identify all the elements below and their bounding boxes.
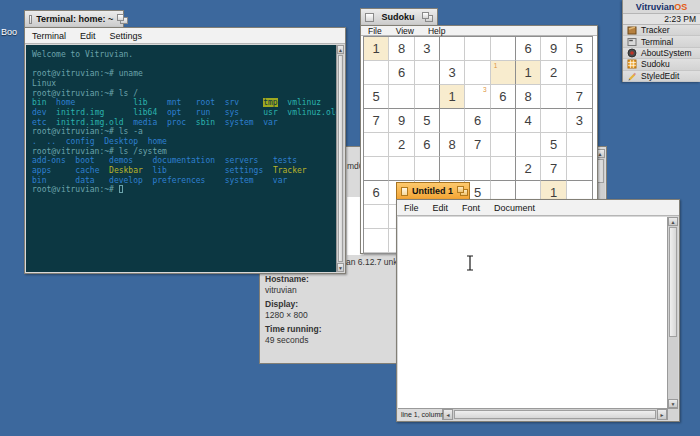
sudoku-cell-r3c2[interactable] (389, 85, 414, 109)
sudoku-cell-r1c1[interactable]: 1 (364, 37, 389, 61)
terminal-title-tab[interactable]: Terminal: home: ~ (24, 10, 124, 27)
editor-horizontal-scrollbar[interactable]: ◄ ► (443, 408, 667, 420)
sudoku-cell-r2c8[interactable]: 2 (541, 61, 566, 85)
scroll-right-icon[interactable]: ► (657, 409, 667, 420)
sudoku-cell-r3c5[interactable]: 3 (465, 85, 490, 109)
sudoku-cell-r6c2[interactable] (389, 157, 414, 181)
menu-terminal[interactable]: Terminal (25, 31, 73, 41)
menu-edit[interactable]: Edit (426, 203, 456, 213)
close-button[interactable] (401, 187, 408, 196)
sudoku-cell-r2c2[interactable]: 6 (389, 61, 414, 85)
sudoku-cell-r2c9[interactable] (567, 61, 592, 85)
sudoku-cell-r6c1[interactable] (364, 157, 389, 181)
sudoku-cell-r7c1[interactable]: 6 (364, 181, 389, 205)
text-editor-area[interactable] (398, 217, 667, 408)
close-button[interactable] (29, 15, 32, 24)
sudoku-title-tab[interactable]: Sudoku (360, 8, 438, 25)
sudoku-cell-r4c9[interactable]: 3 (567, 109, 592, 133)
sudoku-cell-r3c8[interactable] (541, 85, 566, 109)
scroll-down-icon[interactable]: ▼ (668, 399, 678, 408)
sudoku-cell-r3c6[interactable]: 6 (491, 85, 516, 109)
zoom-button[interactable] (117, 14, 119, 24)
sudoku-cell-r1c4[interactable] (440, 37, 465, 61)
scrollbar-thumb[interactable] (454, 410, 656, 419)
deskbar-item-aboutsystem[interactable]: AboutSystem (623, 48, 700, 59)
close-button[interactable] (365, 13, 374, 22)
sudoku-cell-r3c7[interactable]: 8 (516, 85, 541, 109)
deskbar-item-tracker[interactable]: Tracker (623, 25, 700, 36)
sudoku-cell-r5c1[interactable] (364, 133, 389, 157)
sudoku-cell-r1c9[interactable]: 5 (567, 37, 592, 61)
terminal-view[interactable]: Welcome to Vitruvian. root@vitruvian:~# … (26, 45, 336, 272)
sudoku-cell-r4c8[interactable] (541, 109, 566, 133)
sudoku-cell-r2c4[interactable]: 3 (440, 61, 465, 85)
sudoku-cell-r3c1[interactable]: 5 (364, 85, 389, 109)
sudoku-cell-r3c9[interactable]: 7 (567, 85, 592, 109)
menu-document[interactable]: Document (487, 203, 542, 213)
menu-font[interactable]: Font (455, 203, 487, 213)
menu-view[interactable]: View (389, 26, 421, 36)
zoom-button[interactable] (422, 12, 433, 22)
sudoku-cell-r5c2[interactable]: 2 (389, 133, 414, 157)
sudoku-cell-r9c1[interactable] (364, 229, 389, 253)
sudoku-cell-r8c1[interactable] (364, 205, 389, 229)
scroll-left-icon[interactable]: ◄ (443, 409, 453, 420)
menu-help[interactable]: Help (421, 26, 452, 36)
sudoku-cell-r1c6[interactable] (491, 37, 516, 61)
sudoku-cell-r5c9[interactable] (567, 133, 592, 157)
sudoku-cell-r5c4[interactable]: 8 (440, 133, 465, 157)
sudoku-cell-r4c1[interactable]: 7 (364, 109, 389, 133)
sudoku-cell-r6c4[interactable] (440, 157, 465, 181)
sudoku-cell-r5c6[interactable] (491, 133, 516, 157)
sudoku-cell-r4c5[interactable]: 6 (465, 109, 490, 133)
sudoku-cell-r3c3[interactable] (415, 85, 440, 109)
mouse-cursor-ibeam (465, 254, 475, 272)
scrollbar-thumb[interactable] (338, 55, 343, 262)
sudoku-cell-r2c7[interactable]: 1 (516, 61, 541, 85)
deskbar-item-terminal[interactable]: Terminal (623, 36, 700, 47)
desktop-icon-label[interactable]: Boo (1, 27, 17, 37)
sudoku-cell-r4c2[interactable]: 9 (389, 109, 414, 133)
terminal-scrollbar[interactable]: ▲ ▼ (336, 45, 344, 272)
stylededit-title-tab[interactable]: Untitled 1 (396, 182, 470, 199)
sudoku-cell-r2c5[interactable] (465, 61, 490, 85)
sudoku-cell-r4c4[interactable] (440, 109, 465, 133)
sudoku-cell-r1c7[interactable]: 6 (516, 37, 541, 61)
sudoku-cell-r6c6[interactable] (491, 157, 516, 181)
sudoku-cell-r6c5[interactable] (465, 157, 490, 181)
deskbar-clock[interactable]: 2:23 PM (623, 13, 700, 25)
resize-corner[interactable] (667, 408, 678, 420)
deskbar-menu[interactable]: VitruvianOS (623, 0, 700, 13)
editor-vertical-scrollbar[interactable]: ▲ ▼ (667, 217, 678, 408)
deskbar-item-stylededit[interactable]: StyledEdit (623, 71, 700, 82)
sudoku-cell-r2c6[interactable]: 1 (491, 61, 516, 85)
menu-edit[interactable]: Edit (73, 31, 103, 41)
sudoku-cell-r6c8[interactable]: 7 (541, 157, 566, 181)
scrollbar-thumb[interactable] (669, 227, 677, 337)
sudoku-cell-r5c7[interactable] (516, 133, 541, 157)
deskbar-item-sudoku[interactable]: Sudoku (623, 59, 700, 70)
sudoku-cell-r6c3[interactable] (415, 157, 440, 181)
sudoku-cell-r1c5[interactable] (465, 37, 490, 61)
sudoku-cell-r5c8[interactable]: 5 (541, 133, 566, 157)
sudoku-cell-r5c3[interactable]: 6 (415, 133, 440, 157)
sudoku-cell-r4c7[interactable]: 4 (516, 109, 541, 133)
sudoku-cell-r1c3[interactable]: 3 (415, 37, 440, 61)
sudoku-cell-r2c1[interactable] (364, 61, 389, 85)
zoom-button[interactable] (457, 186, 465, 196)
menu-file[interactable]: File (361, 26, 389, 36)
menu-settings[interactable]: Settings (103, 31, 150, 41)
scroll-down-icon[interactable]: ▼ (337, 263, 344, 272)
scroll-up-icon[interactable]: ▲ (337, 45, 344, 54)
sudoku-cell-r1c8[interactable]: 9 (541, 37, 566, 61)
sudoku-cell-r6c9[interactable] (567, 157, 592, 181)
sudoku-cell-r1c2[interactable]: 8 (389, 37, 414, 61)
sudoku-cell-r5c5[interactable]: 7 (465, 133, 490, 157)
sudoku-cell-r4c3[interactable]: 5 (415, 109, 440, 133)
sudoku-cell-r6c7[interactable]: 2 (516, 157, 541, 181)
sudoku-cell-r4c6[interactable] (491, 109, 516, 133)
sudoku-cell-r3c4[interactable]: 1 (440, 85, 465, 109)
menu-file[interactable]: File (397, 203, 426, 213)
scroll-up-icon[interactable]: ▲ (668, 217, 678, 226)
sudoku-cell-r2c3[interactable] (415, 61, 440, 85)
